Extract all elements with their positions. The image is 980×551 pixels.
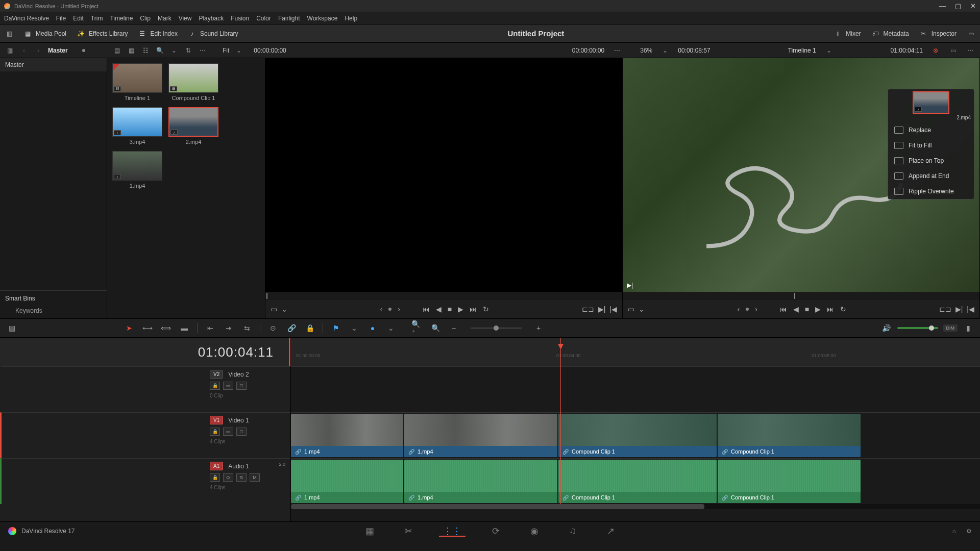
zoom-slider[interactable] xyxy=(471,328,522,329)
menu-davinci-resolve[interactable]: DaVinci Resolve xyxy=(4,15,49,22)
cut-page-button[interactable]: ✂ xyxy=(405,525,412,537)
timeline-tracks-area[interactable]: 01:00:00:0001:00:04:0001:00:08:00 🔗1.mp4… xyxy=(291,338,980,521)
src-inout-button[interactable]: ⊏⊐ xyxy=(582,305,594,313)
rec-play[interactable]: ▶ xyxy=(815,305,821,313)
rec-loop[interactable]: ↻ xyxy=(840,305,846,313)
rec-goto-in[interactable]: ▶| xyxy=(955,305,963,313)
media-thumb[interactable]: ☷ xyxy=(112,63,162,93)
close-button[interactable]: ✕ xyxy=(970,2,976,10)
bin-root[interactable]: Master xyxy=(0,58,107,71)
fusion-page-button[interactable]: ⟳ xyxy=(492,525,500,537)
timeline-clip[interactable]: 🔗1.mp4 xyxy=(404,460,557,503)
marker-dropdown[interactable]: ⌄ xyxy=(385,322,397,334)
layout-preset-button[interactable]: ▥ xyxy=(5,30,13,38)
edit-index-toggle[interactable]: ☰Edit Index xyxy=(138,30,178,38)
track-name[interactable]: Audio 1 xyxy=(228,463,249,470)
timeline-clip[interactable]: 🔗1.mp4 xyxy=(291,414,403,457)
nav-fwd-button[interactable]: › xyxy=(34,46,43,55)
media-pool-toggle[interactable]: ▦Media Pool xyxy=(23,30,66,38)
source-viewer-canvas[interactable] xyxy=(265,58,622,292)
media-thumb[interactable]: ♪ xyxy=(168,107,218,137)
insert-button[interactable]: ⇤ xyxy=(205,322,216,334)
project-settings-button[interactable]: ⚙ xyxy=(966,528,972,535)
arm-button[interactable]: ⊙ xyxy=(223,473,233,482)
media-item[interactable]: ♪3.mp4 xyxy=(112,107,162,145)
track-header-v2[interactable]: V2Video 2🔒▭□0 Clip xyxy=(0,366,290,412)
media-item[interactable]: ♪1.mp4 xyxy=(112,151,162,189)
track-dest-badge[interactable]: V1 xyxy=(210,416,223,424)
src-stop[interactable]: ■ xyxy=(448,305,452,313)
zoom-dropdown[interactable]: ⌄ xyxy=(234,46,243,55)
fairlight-page-button[interactable]: ♫ xyxy=(569,525,576,536)
zoom-minus[interactable]: − xyxy=(448,322,459,334)
menu-edit[interactable]: Edit xyxy=(73,15,84,22)
rec-jog-fwd[interactable]: › xyxy=(755,305,757,313)
bypass-fx-button[interactable]: ⊗ xyxy=(931,46,940,55)
marker-button[interactable]: ● xyxy=(367,322,378,334)
menu-timeline[interactable]: Timeline xyxy=(110,15,133,22)
menu-file[interactable]: File xyxy=(56,15,66,22)
timeline-clip[interactable]: 🔗Compound Clip 1 xyxy=(558,414,717,457)
source-scrub-bar[interactable] xyxy=(265,292,622,300)
mute-button[interactable]: M xyxy=(250,473,260,482)
track-lane[interactable] xyxy=(291,366,980,412)
menu-trim[interactable]: Trim xyxy=(91,15,103,22)
menu-help[interactable]: Help xyxy=(345,15,357,22)
record-viewer-canvas[interactable]: ▶| ♪ 2.mp4 ReplaceFit to FillPlace on To… xyxy=(623,58,979,292)
timeline-clip[interactable]: 🔗Compound Clip 1 xyxy=(558,460,717,503)
lock-icon[interactable]: 🔒 xyxy=(210,473,220,482)
rec-match-dropdown[interactable]: ⌄ xyxy=(639,305,645,313)
bin-view-button[interactable]: ▥ xyxy=(5,46,14,55)
selection-tool[interactable]: ➤ xyxy=(124,322,135,334)
maximize-button[interactable]: ▢ xyxy=(955,2,961,10)
track-name[interactable]: Video 2 xyxy=(228,371,249,378)
pool-options-button[interactable]: ⋯ xyxy=(198,46,207,55)
record-zoom[interactable]: 36% xyxy=(640,47,652,54)
track-name[interactable]: Video 1 xyxy=(228,417,249,424)
track-lane[interactable]: 🔗1.mp4🔗1.mp4🔗Compound Clip 1🔗Compound Cl… xyxy=(291,412,980,458)
timeline-clip[interactable]: 🔗Compound Clip 1 xyxy=(718,414,861,457)
thumb-view-button[interactable]: ▦ xyxy=(127,46,136,55)
dim-button[interactable]: DIM xyxy=(943,324,958,332)
timeline-selector-dropdown[interactable]: ⌄ xyxy=(824,46,834,55)
src-goto-out[interactable]: |◀ xyxy=(609,305,617,313)
src-prev-frame[interactable]: ◀ xyxy=(436,305,442,313)
rec-jog-back[interactable]: ‹ xyxy=(737,305,740,313)
timeline-clip[interactable]: 🔗1.mp4 xyxy=(404,414,557,457)
flag-button[interactable]: ⚑ xyxy=(330,322,341,334)
single-viewer-button[interactable]: ▭ xyxy=(948,46,958,55)
media-thumb[interactable]: ♪ xyxy=(112,107,162,137)
timeline-h-scrollbar[interactable] xyxy=(291,504,980,509)
src-play[interactable]: ▶ xyxy=(458,305,463,313)
volume-slider[interactable] xyxy=(897,327,938,329)
src-last-frame[interactable]: ⏭ xyxy=(470,305,477,313)
menu-view[interactable]: View xyxy=(179,15,192,22)
rec-last-frame[interactable]: ⏭ xyxy=(827,305,834,313)
deliver-page-button[interactable]: ↗ xyxy=(607,525,615,537)
flag-dropdown[interactable]: ⌄ xyxy=(349,322,360,334)
snap-toggle[interactable]: ⊙ xyxy=(267,322,279,334)
timeline-selector[interactable]: Timeline 1 xyxy=(788,47,816,54)
media-thumb[interactable]: ▦ xyxy=(168,63,218,93)
menu-workspace[interactable]: Workspace xyxy=(307,15,338,22)
inspector-toggle[interactable]: ✂Inspector xyxy=(919,30,957,38)
menu-fairlight[interactable]: Fairlight xyxy=(278,15,300,22)
rec-goto-out[interactable]: |◀ xyxy=(967,305,974,313)
media-item[interactable]: ☷Timeline 1 xyxy=(112,63,162,101)
smart-bins-heading[interactable]: Smart Bins xyxy=(5,295,102,302)
trim-tool[interactable]: ⟷ xyxy=(142,322,153,334)
source-options[interactable]: ⋯ xyxy=(612,46,622,55)
overlay-replace[interactable]: Replace xyxy=(888,122,974,138)
rec-stop[interactable]: ■ xyxy=(805,305,809,313)
auto-select-button[interactable]: ▭ xyxy=(223,428,233,436)
mixer-toggle[interactable]: ⫴Mixer xyxy=(834,30,861,38)
viewer-options[interactable]: ⋯ xyxy=(966,46,975,55)
disable-button[interactable]: □ xyxy=(236,382,247,390)
src-match-dropdown[interactable]: ⌄ xyxy=(281,305,287,313)
src-jog-fwd[interactable]: › xyxy=(398,305,400,313)
media-item[interactable]: ▦Compound Clip 1 xyxy=(168,63,218,101)
effects-library-toggle[interactable]: ✨Effects Library xyxy=(77,30,128,38)
timeline-timecode[interactable]: 01:00:04:11 xyxy=(0,338,290,366)
home-button[interactable]: ⌂ xyxy=(952,528,956,535)
src-goto-in[interactable]: ▶| xyxy=(598,305,606,313)
